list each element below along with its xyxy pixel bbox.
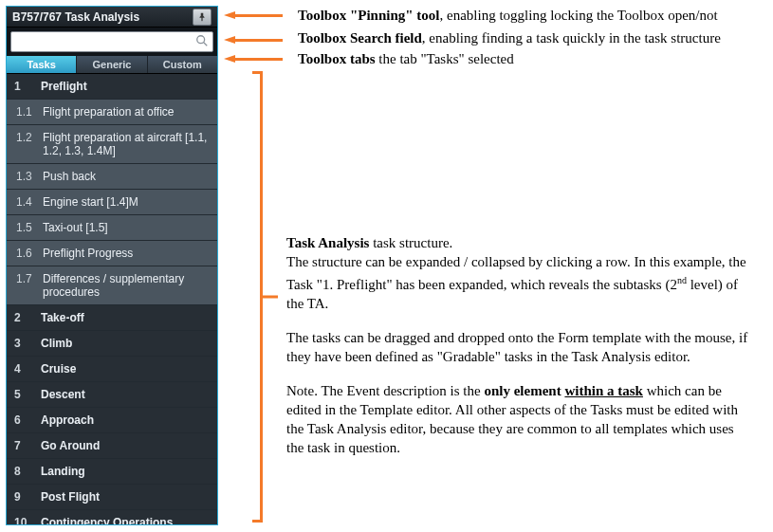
search-row	[7, 28, 217, 56]
task-label: Post Flight	[41, 490, 100, 504]
task-number: 2	[14, 311, 35, 324]
task-row-top[interactable]: 9Post Flight	[7, 485, 217, 510]
annotation-text: Note. The Event description is the	[286, 383, 484, 398]
callout-arrow	[224, 11, 235, 19]
task-row-top[interactable]: 2Take-off	[7, 305, 217, 331]
task-row-top[interactable]: 6Approach	[7, 408, 217, 433]
task-number: 3	[14, 337, 35, 350]
task-label: Go Around	[41, 439, 100, 452]
annotation-tabs: Toolbox tabs the tab "Tasks" selected	[298, 49, 763, 68]
task-number: 5	[14, 388, 35, 401]
task-label: Engine start [1.4]M	[43, 195, 138, 209]
task-row-top[interactable]: 10Contingency Operations	[7, 510, 217, 524]
task-row-top[interactable]: 3Climb	[7, 331, 217, 357]
search-input[interactable]	[15, 32, 192, 51]
annotation-text: task structure.	[369, 235, 452, 250]
svg-line-1	[204, 43, 208, 46]
task-list: 1Preflight1.1Flight preparation at offic…	[7, 74, 217, 524]
callout-arrow	[224, 36, 235, 44]
pin-button[interactable]	[193, 9, 212, 26]
task-number: 4	[14, 362, 35, 376]
annotation-text: the tab "Tasks" selected	[376, 51, 514, 66]
task-row-sub[interactable]: 1.2Flight preparation at aircraft [1.1, …	[7, 125, 217, 164]
annotation-text: Toolbox Search field	[298, 30, 422, 46]
callout-bracket	[252, 71, 266, 523]
task-label: Flight preparation at office	[43, 105, 175, 119]
task-label: Cruise	[41, 362, 76, 376]
task-number: 10	[14, 516, 35, 524]
toolbox-title: B757/767 Task Analysis	[12, 10, 139, 24]
task-label: Climb	[41, 337, 72, 350]
task-row-top[interactable]: 8Landing	[7, 459, 217, 485]
task-row-sub[interactable]: 1.6Preflight Progress	[7, 241, 217, 266]
svg-point-0	[197, 36, 205, 44]
task-number: 1.6	[16, 247, 37, 260]
task-number: 9	[14, 490, 35, 504]
task-row-top[interactable]: 5Descent	[7, 382, 217, 408]
task-label: Take-off	[41, 311, 84, 324]
annotation-sup: nd	[677, 275, 687, 285]
task-number: 1.4	[16, 195, 37, 209]
annotation-text: The tasks can be dragged and dropped ont…	[286, 328, 751, 366]
task-number: 1.7	[16, 272, 37, 285]
task-label: Preflight Progress	[43, 247, 133, 260]
task-row-sub[interactable]: 1.4Engine start [1.4]M	[7, 190, 217, 215]
tab-custom[interactable]: Custom	[148, 56, 217, 73]
task-number: 8	[14, 465, 35, 478]
toolbox-header: B757/767 Task Analysis	[7, 7, 217, 28]
tab-generic[interactable]: Generic	[77, 56, 147, 73]
task-label: Push back	[43, 170, 96, 183]
task-label: Contingency Operations	[41, 516, 173, 524]
task-row-sub[interactable]: 1.7Differences / supplementary procedure…	[7, 266, 217, 305]
task-row-top[interactable]: 4Cruise	[7, 357, 217, 382]
toolbox-panel: B757/767 Task Analysis TasksGenericCusto…	[6, 6, 218, 525]
annotation-text: , enabling finding a task quickly in the…	[422, 30, 721, 46]
annotation-text: Toolbox tabs	[298, 51, 376, 66]
task-row-sub[interactable]: 1.1Flight preparation at office	[7, 100, 217, 125]
task-row-sub[interactable]: 1.5Taxi-out [1.5]	[7, 215, 217, 241]
search-icon	[195, 34, 209, 47]
task-label: Flight preparation at aircraft [1.1, 1.2…	[43, 131, 210, 157]
toolbox-tabs: TasksGenericCustom	[7, 56, 217, 74]
annotation-text: Task Analysis	[286, 235, 369, 250]
task-label: Taxi-out [1.5]	[43, 221, 108, 234]
annotation-text: , enabling toggling locking the Toolbox …	[439, 8, 717, 23]
search-wrap	[10, 31, 213, 52]
task-label: Descent	[41, 388, 85, 401]
task-row-top[interactable]: 7Go Around	[7, 433, 217, 459]
task-row-top[interactable]: 1Preflight	[7, 74, 217, 100]
task-number: 1.2	[16, 131, 37, 144]
task-label: Preflight	[41, 80, 87, 93]
task-number: 1	[14, 80, 35, 93]
annotation-pin: Toolbox "Pinning" tool, enabling togglin…	[298, 6, 763, 25]
task-row-sub[interactable]: 1.3Push back	[7, 164, 217, 190]
task-label: Differences / supplementary procedures	[43, 272, 210, 299]
task-number: 1.3	[16, 170, 37, 183]
task-number: 6	[14, 413, 35, 427]
task-number: 1.5	[16, 221, 37, 234]
task-label: Landing	[41, 465, 85, 478]
annotation-text: only element	[484, 383, 564, 398]
task-number: 1.1	[16, 105, 37, 119]
pin-icon	[197, 12, 207, 22]
task-number: 7	[14, 439, 35, 452]
tab-tasks[interactable]: Tasks	[7, 56, 77, 73]
annotation-search: Toolbox Search field, enabling finding a…	[298, 28, 763, 47]
task-label: Approach	[41, 413, 94, 427]
annotation-structure: Task Analysis task structure. The struct…	[286, 233, 751, 457]
annotation-text: within a task	[564, 383, 643, 398]
annotation-text: The structure can be expanded / collapse…	[286, 254, 746, 292]
annotation-text: Toolbox "Pinning" tool	[298, 8, 439, 23]
callout-arrow	[224, 55, 235, 63]
